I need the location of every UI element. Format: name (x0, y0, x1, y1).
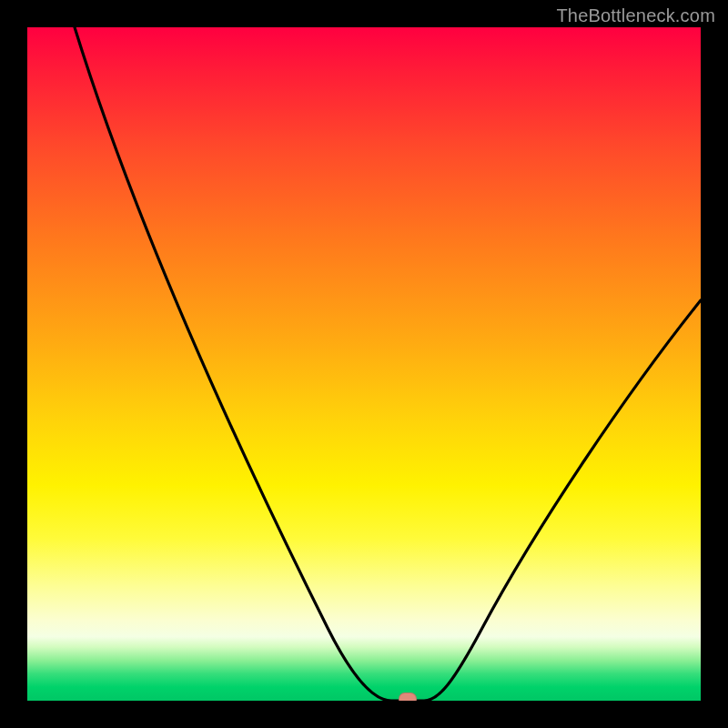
optimal-point-marker (399, 693, 417, 701)
chart-stage: TheBottleneck.com (0, 0, 728, 728)
watermark-text: TheBottleneck.com (556, 5, 715, 26)
plot-area (27, 27, 701, 701)
curve-path (75, 27, 701, 701)
bottleneck-curve (27, 27, 701, 701)
